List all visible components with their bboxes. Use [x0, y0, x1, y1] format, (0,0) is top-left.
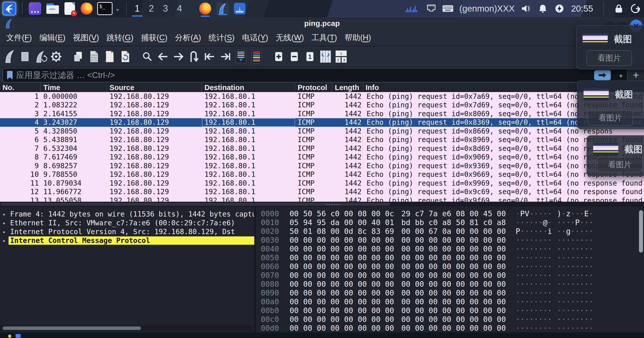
clock[interactable]: 20:55: [571, 4, 593, 14]
workspace-1[interactable]: 1: [130, 0, 144, 17]
hex-row-0070[interactable]: 007000 00 00 00 00 00 00 0000 00 00 00 0…: [256, 271, 644, 280]
menu-g[interactable]: 跳转(G): [103, 30, 137, 45]
wireshark-window-icon[interactable]: [216, 2, 229, 15]
menu-t[interactable]: 工具(T): [308, 30, 341, 45]
expander-icon[interactable]: ▸: [0, 211, 9, 217]
menu-a[interactable]: 分析(A): [171, 30, 205, 45]
packet-row-2[interactable]: 21.083222192.168.80.129192.168.80.1ICMP1…: [0, 101, 644, 110]
hex-row-0060[interactable]: 006000 00 00 00 00 00 00 0000 00 00 00 0…: [256, 262, 644, 271]
packet-row-4[interactable]: 43.243027192.168.80.129192.168.80.1ICMP1…: [0, 118, 644, 127]
column-header-length[interactable]: Length: [332, 83, 363, 92]
go-last-packet-button[interactable]: [218, 49, 233, 65]
packet-row-9[interactable]: 98.698257192.168.80.129192.168.80.1ICMP1…: [0, 161, 644, 170]
chevron-down-icon[interactable]: ⌄: [115, 5, 120, 12]
text-editor-icon[interactable]: ✎: [64, 2, 75, 15]
save-file-button[interactable]: 010100110101110: [86, 49, 102, 65]
detail-row[interactable]: ▸Frame 4: 1442 bytes on wire (11536 bits…: [0, 210, 254, 219]
firefox-icon[interactable]: [81, 3, 93, 15]
expander-icon[interactable]: ▸: [0, 229, 9, 235]
open-file-button[interactable]: [70, 49, 86, 65]
hex-row-0090[interactable]: 009000 00 00 00 00 00 00 0000 00 00 00 0…: [256, 288, 644, 297]
power-manager-icon[interactable]: [554, 4, 564, 14]
restart-capture-button[interactable]: [33, 49, 48, 65]
auto-scroll-button[interactable]: [233, 49, 249, 65]
packet-row-11[interactable]: 1110.879034192.168.80.129192.168.80.1ICM…: [0, 179, 644, 188]
packet-row-5[interactable]: 54.328050192.168.80.129192.168.80.1ICMP1…: [0, 127, 644, 136]
capture-options-button[interactable]: [48, 49, 64, 65]
view-image-button[interactable]: 看图片: [587, 50, 632, 66]
hex-row-0080[interactable]: 008000 00 00 00 00 00 00 0000 00 00 00 0…: [256, 280, 644, 288]
packet-row-6[interactable]: 65.438891192.168.80.129192.168.80.1ICMP1…: [0, 136, 644, 144]
expander-icon[interactable]: ▸: [0, 220, 9, 226]
packet-row-7[interactable]: 76.532304192.168.80.129192.168.80.1ICMP1…: [0, 144, 644, 153]
resize-columns-button[interactable]: [318, 49, 333, 65]
expander-icon[interactable]: ▸: [0, 237, 9, 244]
hex-row-0030[interactable]: 003000 00 00 00 00 00 00 0000 00 00 00 0…: [256, 236, 644, 244]
column-header-destination[interactable]: Destination: [202, 83, 295, 92]
genmon-label[interactable]: (genmon)XXX: [459, 4, 515, 14]
hex-row-00b0[interactable]: 00b000 00 00 00 00 00 00 0000 00 00 00 0…: [256, 306, 644, 315]
packet-row-13[interactable]: 1313.055058192.168.80.129192.168.80.1ICM…: [0, 196, 644, 202]
hex-row-00a0[interactable]: 00a000 00 00 00 00 00 00 0000 00 00 00 0…: [256, 297, 644, 306]
menu-y[interactable]: 电话(Y): [238, 30, 272, 45]
stop-capture-button[interactable]: [17, 49, 33, 65]
menu-f[interactable]: 文件(F): [3, 30, 36, 45]
apply-filter-button[interactable]: [594, 70, 611, 80]
filter-dropdown-caret-icon[interactable]: ▾: [619, 72, 622, 79]
packet-row-8[interactable]: 87.617469192.168.80.129192.168.80.1ICMP1…: [0, 153, 644, 162]
detail-row[interactable]: ▸Internet Protocol Version 4, Src: 192.1…: [0, 227, 254, 236]
hex-row-0000[interactable]: 000000 50 56 c0 00 08 00 0c29 c7 7a e6 0…: [256, 209, 644, 218]
colorize-button[interactable]: [249, 49, 264, 65]
layout-button[interactable]: 123: [333, 49, 349, 65]
zoom-out-button[interactable]: [287, 49, 302, 65]
workspace-4[interactable]: 4: [172, 0, 187, 17]
find-packet-button[interactable]: [139, 49, 155, 65]
menu-s[interactable]: 统计(S): [205, 30, 238, 45]
downloads-icon[interactable]: ↓: [234, 3, 245, 14]
go-back-button[interactable]: [155, 49, 171, 65]
workspace-2[interactable]: 2: [144, 0, 158, 17]
detail-row[interactable]: ▸Ethernet II, Src: VMware_c7:7a:e6 (00:0…: [0, 219, 254, 227]
notifications-bell-icon[interactable]: [538, 4, 548, 14]
go-first-packet-button[interactable]: [202, 49, 218, 65]
hex-row-0040[interactable]: 004000 00 00 00 00 00 00 0000 00 00 00 0…: [256, 244, 644, 253]
screenshot-thumbnail[interactable]: [593, 143, 618, 155]
lock-screen-icon[interactable]: [614, 4, 624, 14]
hex-row-0010[interactable]: 001005 94 95 da 00 00 40 01bd bb c0 a8 5…: [256, 218, 644, 227]
window-titlebar[interactable]: ping.pcap: [0, 17, 644, 30]
detail-row[interactable]: ▸Internet Control Message Protocol: [0, 236, 254, 245]
column-header-protocol[interactable]: Protocol: [295, 83, 332, 92]
menu-e[interactable]: 编辑(E): [36, 30, 69, 45]
packet-list-hscrollbar[interactable]: ••••••: [0, 202, 644, 207]
screenshot-thumbnail[interactable]: [583, 33, 608, 45]
file-manager-icon[interactable]: [46, 3, 59, 14]
details-hscrollbar-thumb[interactable]: [3, 326, 141, 330]
hex-row-0050[interactable]: 005000 00 00 00 00 00 00 0000 00 00 00 0…: [256, 253, 644, 262]
logout-icon[interactable]: [630, 4, 640, 14]
display-filter-input[interactable]: 应用显示过滤器 … <Ctrl-/> ▾: [3, 68, 627, 82]
add-filter-button[interactable]: +: [630, 68, 641, 82]
network-port-icon[interactable]: [426, 4, 436, 14]
go-to-packet-button[interactable]: [186, 49, 202, 65]
view-image-button[interactable]: 看图片: [597, 157, 642, 173]
menu-h[interactable]: 帮助(H): [341, 30, 375, 45]
go-forward-button[interactable]: [171, 49, 186, 65]
hex-vscrollbar-thumb[interactable]: [639, 210, 643, 252]
app-grid-icon[interactable]: [29, 2, 41, 15]
packet-row-1[interactable]: 10.000000192.168.80.129192.168.80.1ICMP1…: [0, 92, 644, 101]
start-capture-button[interactable]: [2, 49, 17, 65]
menu-v[interactable]: 视图(V): [69, 30, 103, 45]
kali-menu-icon[interactable]: [3, 2, 16, 15]
workspace-3[interactable]: 3: [158, 0, 172, 17]
packet-bytes-pane[interactable]: 000000 50 56 c0 00 08 00 0c29 c7 7a e6 0…: [256, 207, 644, 332]
bookmark-icon[interactable]: [7, 71, 13, 79]
packet-row-3[interactable]: 32.164155192.168.80.129192.168.80.1ICMP1…: [0, 109, 644, 118]
details-hscrollbar[interactable]: [0, 325, 253, 331]
packet-row-12[interactable]: 1211.966772192.168.80.129192.168.80.1ICM…: [0, 188, 644, 196]
packet-row-10[interactable]: 109.788550192.168.80.129192.168.80.1ICMP…: [0, 170, 644, 179]
column-header-source[interactable]: Source: [107, 83, 202, 92]
view-image-button[interactable]: 看图片: [588, 110, 633, 126]
close-file-button[interactable]: [102, 49, 117, 65]
reload-file-button[interactable]: [117, 49, 133, 65]
column-header-time[interactable]: Time: [41, 83, 107, 92]
